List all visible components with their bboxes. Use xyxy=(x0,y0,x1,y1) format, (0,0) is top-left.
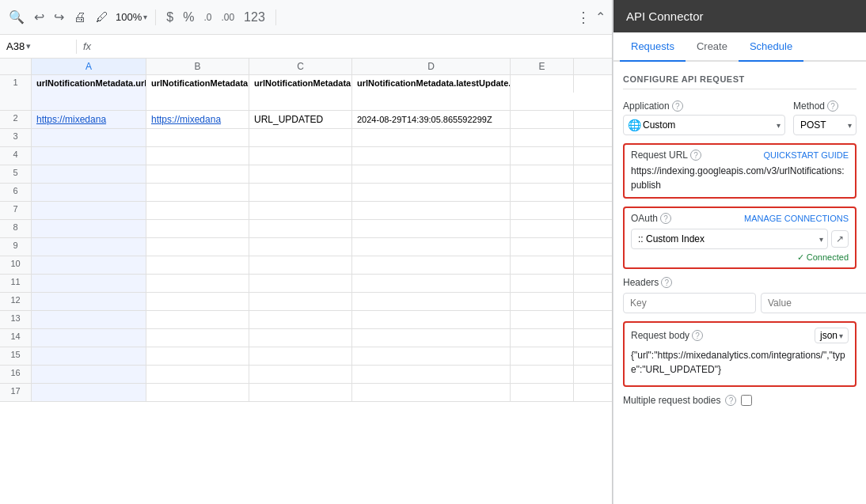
table-row: 17 xyxy=(0,384,612,402)
zoom-control[interactable]: 100% ▾ xyxy=(116,11,147,23)
zoom-value: 100% xyxy=(116,11,142,23)
row-num-1: 1 xyxy=(0,75,32,110)
tab-schedule[interactable]: Schedule xyxy=(739,32,803,62)
manage-connections-link[interactable]: MANAGE CONNECTIONS xyxy=(744,214,849,223)
table-row: 8 xyxy=(0,220,612,238)
col-header-b[interactable]: B xyxy=(146,59,249,74)
application-group: Application ? 🌐 Custom ▾ xyxy=(623,100,785,135)
oauth-header: OAuth ? MANAGE CONNECTIONS xyxy=(631,213,849,224)
request-body-label: Request body ? xyxy=(631,330,703,341)
toolbar-separator-2 xyxy=(275,9,276,25)
headers-label: Headers ? xyxy=(623,277,857,288)
col-header-d[interactable]: D xyxy=(352,59,511,74)
table-row: 9 xyxy=(0,238,612,256)
multiple-request-bodies-row: Multiple request bodies ? xyxy=(623,395,857,406)
table-row: 10 xyxy=(0,256,612,275)
number-icon[interactable]: 123 xyxy=(241,8,268,27)
multiple-request-bodies-label: Multiple request bodies xyxy=(623,395,720,406)
table-row: 3 xyxy=(0,129,612,147)
body-help-icon[interactable]: ? xyxy=(692,330,703,341)
cell-2b[interactable]: https://mixedana xyxy=(146,111,249,128)
table-row: 13 xyxy=(0,311,612,329)
request-url-help-icon[interactable]: ? xyxy=(690,150,701,161)
api-panel-body: CONFIGURE API REQUEST Application ? 🌐 Cu… xyxy=(613,62,866,415)
decimal2-icon[interactable]: .00 xyxy=(218,9,237,25)
cell-2b-link[interactable]: https://mixedana xyxy=(151,114,221,125)
tab-create[interactable]: Create xyxy=(686,32,739,62)
request-url-box: Request URL ? QUICKSTART GUIDE https://i… xyxy=(623,143,857,199)
globe-icon: 🌐 xyxy=(628,119,641,131)
application-method-row: Application ? 🌐 Custom ▾ Method ? xyxy=(623,100,857,135)
col-header-c[interactable]: C xyxy=(249,59,352,74)
table-row: 6 xyxy=(0,184,612,202)
more-options-icon[interactable]: ⋮ xyxy=(576,9,591,26)
configure-section-header: CONFIGURE API REQUEST xyxy=(623,71,857,89)
headers-section: Headers ? xyxy=(623,277,857,313)
spreadsheet-area: 🔍 ↩ ↪ 🖨 🖊 100% ▾ $ % .0 .00 123 ⋮ ⌃ A38 … xyxy=(0,0,613,504)
print-icon[interactable]: 🖨 xyxy=(71,8,89,27)
oauth-external-link-icon[interactable]: ↗ xyxy=(831,230,849,248)
body-format-select[interactable]: json ▾ xyxy=(815,328,849,343)
cell-1d[interactable]: urlNotificationMetadata.latestUpdate.not… xyxy=(352,75,511,110)
col-header-e[interactable]: E xyxy=(511,59,574,74)
request-url-value[interactable]: https://indexing.googleapis.com/v3/urlNo… xyxy=(631,164,849,192)
api-panel: API Connector Requests Create Schedule C… xyxy=(613,0,866,504)
quickstart-guide-link[interactable]: QUICKSTART GUIDE xyxy=(763,150,849,160)
table-row: 7 xyxy=(0,202,612,220)
oauth-select-wrapper: :: Custom Index ▾ xyxy=(631,229,828,249)
cell-2d[interactable]: 2024-08-29T14:39:05.865592299Z xyxy=(352,111,511,128)
row-num-2: 2 xyxy=(0,111,32,128)
request-url-label: Request URL ? xyxy=(631,150,701,161)
undo-icon[interactable]: ↩ xyxy=(32,7,47,27)
currency-icon[interactable]: $ xyxy=(164,8,176,27)
body-text-value[interactable]: {"url":"https://mixedanalytics.com/integ… xyxy=(631,348,849,381)
percent-icon[interactable]: % xyxy=(180,8,196,27)
cell-reference[interactable]: A38 ▾ xyxy=(6,40,70,52)
table-row: 1 urlNotificationMetadata.url urlNotific… xyxy=(0,75,612,111)
headers-help-icon[interactable]: ? xyxy=(661,277,672,288)
zoom-dropdown-icon[interactable]: ▾ xyxy=(143,13,147,21)
column-headers: A B C D E xyxy=(0,59,612,75)
header-key-input[interactable] xyxy=(623,293,756,313)
row-num-header xyxy=(0,59,32,74)
oauth-label: OAuth ? xyxy=(631,213,671,224)
col-header-a[interactable]: A xyxy=(32,59,146,74)
table-row: 4 xyxy=(0,147,612,165)
application-select[interactable]: Custom xyxy=(623,115,785,135)
cell-2e[interactable] xyxy=(511,111,574,128)
method-select[interactable]: POST xyxy=(793,115,857,135)
cell-1c[interactable]: urlNotificationMetadata.latestUpdate.typ… xyxy=(249,75,352,110)
oauth-box: OAuth ? MANAGE CONNECTIONS :: Custom Ind… xyxy=(623,207,857,269)
oauth-select[interactable]: :: Custom Index xyxy=(631,229,828,249)
cell-2c[interactable]: URL_UPDATED xyxy=(249,111,352,128)
multiple-bodies-help-icon[interactable]: ? xyxy=(725,395,736,406)
application-help-icon[interactable]: ? xyxy=(672,100,683,112)
collapse-icon[interactable]: ⌃ xyxy=(595,9,606,25)
method-label: Method ? xyxy=(793,100,857,112)
redo-icon[interactable]: ↪ xyxy=(51,7,66,27)
tab-requests[interactable]: Requests xyxy=(620,32,686,62)
toolbar-separator-1 xyxy=(155,9,156,25)
body-format-value: json xyxy=(820,330,838,341)
cell-2a-link[interactable]: https://mixedana xyxy=(36,114,106,125)
method-help-icon[interactable]: ? xyxy=(827,100,838,112)
table-row: 14 xyxy=(0,329,612,347)
decimal-icon[interactable]: .0 xyxy=(201,9,214,25)
cell-ref-dropdown-icon[interactable]: ▾ xyxy=(26,41,31,51)
oauth-help-icon[interactable]: ? xyxy=(660,213,671,224)
table-row: 11 xyxy=(0,275,612,293)
cell-1e[interactable] xyxy=(511,75,574,93)
application-select-wrapper: 🌐 Custom ▾ xyxy=(623,115,785,135)
search-icon[interactable]: 🔍 xyxy=(6,7,27,27)
grid: 1 urlNotificationMetadata.url urlNotific… xyxy=(0,75,612,504)
connected-status: ✓ Connected xyxy=(631,249,849,263)
cell-2a[interactable]: https://mixedana xyxy=(32,111,146,128)
multiple-request-bodies-checkbox[interactable] xyxy=(741,395,752,406)
header-value-input[interactable] xyxy=(761,293,866,313)
paint-format-icon[interactable]: 🖊 xyxy=(93,8,111,27)
cell-1b[interactable]: urlNotificationMetadata.latestUpdate.url xyxy=(146,75,249,110)
formula-bar-separator xyxy=(76,40,77,54)
toolbar: 🔍 ↩ ↪ 🖨 🖊 100% ▾ $ % .0 .00 123 ⋮ ⌃ xyxy=(0,0,612,35)
cell-1a[interactable]: urlNotificationMetadata.url xyxy=(32,75,146,110)
table-row: 2 https://mixedana https://mixedana URL_… xyxy=(0,111,612,129)
